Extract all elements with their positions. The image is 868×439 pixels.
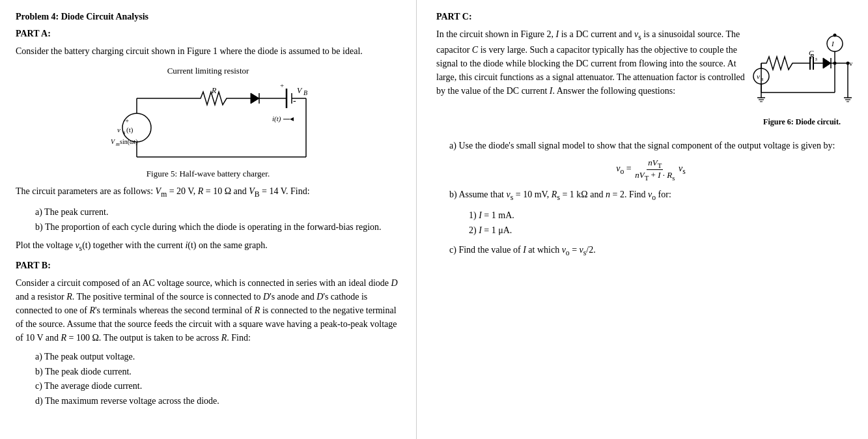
svg-text:(t): (t): [126, 126, 133, 134]
part-b-item-d: d) The maximum reverse voltage across th…: [35, 394, 400, 408]
svg-marker-40: [823, 58, 831, 68]
left-column: Problem 4: Diode Circuit Analysis PART A…: [0, 0, 417, 439]
part-a-item-a: a) The peak current.: [35, 205, 400, 220]
part-c-a-block: a) Use the diode's small signal model to…: [449, 139, 852, 181]
part-c-intro-block: I R s C: [436, 27, 852, 134]
svg-text:v: v: [849, 59, 852, 67]
part-b-text: Consider a circuit composed of an AC vol…: [16, 276, 400, 345]
problem-title: Problem 4: Diode Circuit Analysis: [16, 12, 400, 22]
svg-point-31: [833, 34, 837, 37]
part-c-b-block: b) Assume that vs = 10 mV, Rs = 1 kΩ and…: [449, 188, 852, 238]
part-b-item-c: c) The average diode current.: [35, 379, 400, 393]
svg-text:s: s: [123, 129, 126, 135]
figure5-caption: Figure 5: Half-wave battery charger.: [16, 169, 400, 179]
svg-text:+: +: [125, 117, 129, 124]
circuit-diagram-figure5: + v s (t) V m sin(ωt) R: [98, 79, 319, 163]
part-b-item-b: b) The peak diode current.: [35, 365, 400, 379]
figure6-area: I R s C: [751, 27, 852, 127]
circuit-params-text: The circuit parameters are as follows: V…: [16, 184, 400, 200]
part-c-c-text: c) Find the value of I at which vo = vs/…: [449, 243, 852, 259]
part-a-item-b: b) The proportion of each cycle during w…: [35, 220, 400, 234]
svg-text:s: s: [761, 76, 764, 82]
part-c-b-item2: 2) I = 1 μA.: [469, 223, 852, 238]
svg-text:-: -: [293, 96, 296, 106]
svg-text:V: V: [111, 138, 116, 145]
part-c-c-block: c) Find the value of I at which vo = vs/…: [449, 243, 852, 259]
svg-text:sin(ωt): sin(ωt): [120, 138, 138, 146]
part-c-title: PART C:: [436, 12, 852, 22]
svg-text:s: s: [815, 56, 817, 62]
current-limiting-label: Current limiting resistor: [16, 66, 400, 76]
formula-vo: vo = nVT nVT + I · Rs vs: [449, 158, 852, 181]
part-c-b-text: b) Assume that vs = 10 mV, Rs = 1 kΩ and…: [449, 188, 852, 203]
plot-line: Plot the voltage vs(t) together with the…: [16, 238, 400, 254]
svg-text:i(t): i(t): [272, 115, 281, 123]
svg-text:v: v: [117, 126, 120, 134]
part-c-a-text: a) Use the diode's small signal model to…: [449, 139, 852, 152]
part-a-intro: Consider the battery charging circuit sh…: [16, 44, 400, 58]
part-b-item-a: a) The peak output voltage.: [35, 350, 400, 364]
svg-text:I: I: [831, 40, 835, 48]
svg-text:V: V: [297, 86, 303, 95]
part-c-b-item1: 1) I = 1 mA.: [469, 208, 852, 223]
svg-text:C: C: [809, 49, 814, 57]
part-b-title: PART B:: [16, 261, 400, 271]
right-column: PART C: I R s: [417, 0, 868, 439]
the-word: the: [448, 86, 459, 96]
circuit-diagram-figure6: I R s C: [751, 27, 852, 112]
part-a-title: PART A:: [16, 29, 400, 39]
svg-text:v: v: [757, 72, 760, 80]
svg-text:+: +: [280, 81, 284, 89]
figure5-container: Current limiting resistor + v s (t) V m …: [16, 66, 400, 179]
page-container: Problem 4: Diode Circuit Analysis PART A…: [0, 0, 868, 439]
svg-marker-11: [251, 93, 259, 104]
svg-text:B: B: [303, 89, 307, 96]
figure6-caption: Figure 6: Diode circuit.: [751, 117, 852, 127]
svg-point-29: [827, 36, 843, 51]
